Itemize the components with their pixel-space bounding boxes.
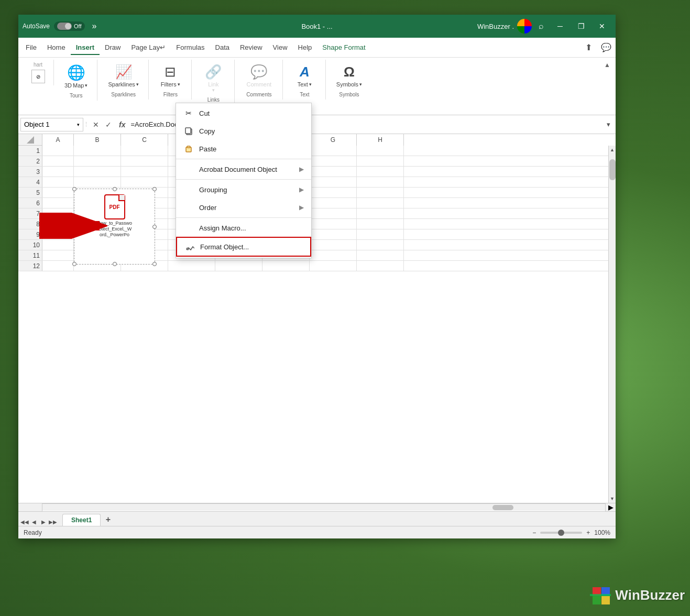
menu-pagelayout[interactable]: Page Lay↵: [126, 40, 171, 54]
cell-a6[interactable]: [42, 198, 74, 208]
cell-c3[interactable]: [121, 167, 168, 177]
col-header-a[interactable]: A: [42, 134, 74, 146]
menu-draw[interactable]: Draw: [100, 40, 126, 54]
sheet-tab-sheet1[interactable]: Sheet1: [62, 514, 101, 526]
ctx-acrobat[interactable]: Acrobat Document Object ▶: [176, 160, 311, 178]
cell-h12[interactable]: [357, 261, 404, 271]
symbols-button[interactable]: Ω Symbols ▾: [333, 62, 365, 90]
cell-g2[interactable]: [310, 156, 357, 167]
sparklines-button[interactable]: 📈 Sparklines ▾: [105, 62, 141, 90]
3dmap-button[interactable]: 🌐 3D Map ▾: [61, 62, 91, 91]
col-header-b[interactable]: B: [74, 134, 121, 146]
h-scroll-right[interactable]: ▶: [605, 503, 616, 511]
cell-h3[interactable]: [357, 167, 404, 177]
cell-f12[interactable]: [262, 261, 310, 271]
cell-b2[interactable]: [74, 156, 121, 167]
sheet-first-button[interactable]: ◀◀: [20, 518, 29, 526]
col-header-c[interactable]: C: [121, 134, 168, 146]
cell-g1[interactable]: [310, 146, 357, 156]
menu-home[interactable]: Home: [42, 40, 71, 54]
cell-c4[interactable]: [121, 177, 168, 188]
handle-bottom-middle[interactable]: [113, 262, 117, 266]
name-box[interactable]: Object 1 ▾: [20, 118, 83, 131]
ctx-format-object[interactable]: Format Object...: [176, 237, 311, 257]
cell-h10[interactable]: [357, 240, 404, 250]
cell-g5[interactable]: [310, 188, 357, 198]
scroll-down-button[interactable]: ▼: [609, 494, 616, 503]
menu-data[interactable]: Data: [210, 40, 235, 54]
cell-c2[interactable]: [121, 156, 168, 167]
ctx-order[interactable]: Order ▶: [176, 199, 311, 216]
cell-b1[interactable]: [74, 146, 121, 156]
cell-h2[interactable]: [357, 156, 404, 167]
zoom-plus[interactable]: +: [586, 529, 590, 536]
cell-a10[interactable]: [42, 240, 74, 250]
ctx-paste[interactable]: Paste: [176, 140, 311, 158]
cell-g11[interactable]: [310, 250, 357, 261]
cell-a3[interactable]: [42, 167, 74, 177]
cell-d12[interactable]: [168, 261, 215, 271]
handle-middle-right[interactable]: [152, 225, 157, 229]
cell-a4[interactable]: [42, 177, 74, 188]
handle-top-middle[interactable]: [113, 187, 117, 191]
cell-g9[interactable]: [310, 229, 357, 240]
cell-h8[interactable]: [357, 219, 404, 229]
col-header-h[interactable]: H: [357, 134, 404, 146]
collapse-ribbon-button[interactable]: ▲: [602, 60, 612, 70]
cell-h1[interactable]: [357, 146, 404, 156]
zoom-slider[interactable]: [540, 532, 582, 534]
menu-review[interactable]: Review: [235, 40, 268, 54]
cell-b4[interactable]: [74, 177, 121, 188]
cell-h9[interactable]: [357, 229, 404, 240]
menu-insert[interactable]: Insert: [71, 40, 100, 54]
menu-view[interactable]: View: [268, 40, 293, 54]
scroll-thumb[interactable]: [609, 159, 616, 180]
cell-g8[interactable]: [310, 219, 357, 229]
cell-h5[interactable]: [357, 188, 404, 198]
filters-button[interactable]: ⊟ Filters ▾: [158, 62, 183, 90]
zoom-thumb[interactable]: [558, 530, 564, 536]
confirm-formula-icon[interactable]: ✓: [103, 119, 114, 130]
ctx-cut[interactable]: ✂ Cut: [176, 104, 311, 122]
cell-g4[interactable]: [310, 177, 357, 188]
cell-h6[interactable]: [357, 198, 404, 208]
comment-button[interactable]: 💬 Comment: [243, 62, 275, 90]
cell-a2[interactable]: [42, 156, 74, 167]
cell-b3[interactable]: [74, 167, 121, 177]
close-button[interactable]: ✕: [593, 18, 611, 34]
cell-h11[interactable]: [357, 250, 404, 261]
col-header-g[interactable]: G: [310, 134, 357, 146]
add-sheet-button[interactable]: +: [102, 513, 114, 526]
share-button[interactable]: ⬆: [581, 40, 596, 55]
handle-bottom-right[interactable]: [152, 262, 157, 266]
text-button[interactable]: A Text ▾: [292, 62, 317, 90]
ctx-assign-macro[interactable]: Assign Macro...: [176, 219, 311, 237]
more-button[interactable]: »: [89, 21, 100, 31]
menu-file[interactable]: File: [20, 40, 42, 54]
zoom-minus[interactable]: −: [532, 529, 536, 536]
sheet-prev-button[interactable]: ◀: [30, 518, 38, 526]
chart-corner[interactable]: ⊘: [31, 70, 45, 83]
cell-a11[interactable]: [42, 250, 74, 261]
horizontal-scrollbar[interactable]: [42, 503, 605, 511]
h-scroll-thumb[interactable]: [492, 505, 513, 510]
restore-button[interactable]: ❐: [572, 18, 590, 34]
cell-h4[interactable]: [357, 177, 404, 188]
ctx-grouping[interactable]: Grouping ▶: [176, 181, 311, 199]
menu-shapeformat[interactable]: Shape Format: [317, 40, 370, 54]
cell-a5[interactable]: [42, 188, 74, 198]
sheet-last-button[interactable]: ▶▶: [49, 518, 57, 526]
cell-g3[interactable]: [310, 167, 357, 177]
ctx-copy[interactable]: Copy: [176, 122, 311, 140]
vertical-scrollbar[interactable]: ▲ ▼: [608, 146, 616, 503]
cell-c1[interactable]: [121, 146, 168, 156]
cancel-formula-icon[interactable]: ✕: [91, 119, 101, 130]
comments-button[interactable]: 💬: [599, 40, 614, 55]
handle-bottom-left[interactable]: [72, 262, 76, 266]
handle-top-left[interactable]: [72, 187, 76, 191]
minimize-button[interactable]: ─: [551, 18, 569, 34]
cell-h7[interactable]: [357, 208, 404, 219]
autosave-toggle[interactable]: Off: [54, 21, 84, 31]
sheet-next-button[interactable]: ▶: [39, 518, 48, 526]
link-button[interactable]: 🔗 Link ▾: [201, 62, 226, 95]
